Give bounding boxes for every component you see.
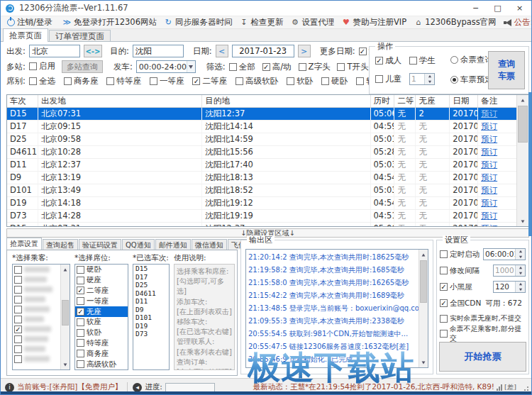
train-type-checkbox[interactable]: T开头 — [337, 62, 368, 72]
selected-train-item[interactable]: D11 — [133, 297, 169, 306]
scroll-thumb[interactable] — [518, 106, 528, 143]
swap-stations-button[interactable]: <-> — [84, 45, 102, 57]
spinner-down-button[interactable] — [516, 271, 525, 277]
seat-option-row[interactable]: ✓无座 — [75, 306, 128, 317]
seat-option-row[interactable]: 硬座 — [75, 275, 128, 286]
seat-option-row[interactable]: 一等座 — [75, 296, 128, 306]
spinner[interactable]: 120 — [493, 281, 526, 293]
setting-checkbox[interactable]: 余票不足乘客时,部分提交 — [440, 325, 526, 343]
selected-train-item[interactable]: D19 — [133, 322, 169, 330]
book-link[interactable]: 预订 — [481, 198, 497, 208]
minimize-button[interactable]: − — [465, 1, 487, 16]
passenger-row[interactable] — [13, 274, 60, 284]
toolbar-item[interactable]: ↧检查更新 — [239, 17, 283, 28]
spinner-down-button[interactable] — [516, 287, 525, 293]
settings-tab-4[interactable]: 邮件通知 — [155, 239, 191, 250]
setting-checkbox[interactable]: 修改间隔 — [440, 266, 480, 276]
toolbar-item[interactable]: ↻同步服务器时间 — [164, 17, 233, 28]
book-link[interactable]: 预订 — [481, 160, 497, 169]
page-tab-1[interactable]: 订单管理页面 — [49, 30, 111, 42]
passenger-row[interactable] — [13, 354, 60, 364]
seat-option-row[interactable]: 硬卧 — [75, 265, 128, 275]
table-row[interactable]: D101北京13:49沈阳北18:5205:03无无20170123预订 — [7, 184, 516, 197]
adult-checkbox[interactable]: ✓成人 — [375, 55, 401, 66]
seat-class-checkbox[interactable]: 一等座 — [150, 76, 184, 87]
selected-train-item[interactable]: D4611 — [133, 289, 169, 298]
passenger-row[interactable] — [13, 284, 60, 294]
passenger-row[interactable] — [13, 334, 60, 344]
settings-tab-2[interactable]: 验证码设置 — [79, 239, 121, 250]
book-link[interactable]: 预订 — [481, 121, 497, 131]
train-type-checkbox[interactable]: Z字头 — [299, 62, 331, 72]
spinner-arrows[interactable] — [515, 282, 525, 292]
seat-option-row[interactable]: 软卧 — [75, 328, 128, 338]
scroll-thumb[interactable] — [420, 260, 427, 303]
setting-checkbox[interactable]: 定时启动 — [440, 250, 480, 260]
book-link[interactable]: 预订 — [481, 172, 497, 182]
table-row[interactable]: D11北京12:37沈阳北17:4005:03无无20170123预订 — [7, 159, 516, 172]
passenger-scrollbar[interactable] — [60, 265, 70, 369]
seat-option-row[interactable]: 特等座 — [75, 338, 128, 349]
setting-checkbox[interactable]: 实时余票无座时,不提交 — [440, 314, 521, 323]
start-grabbing-button[interactable]: 开始抢票 — [439, 342, 526, 372]
column-header[interactable]: 日期 — [450, 95, 478, 107]
selected-train-item[interactable]: D17 — [133, 273, 169, 282]
column-header[interactable]: 无座 — [416, 95, 450, 107]
table-row[interactable]: D17北京09:15沈阳北14:1404:59无无20170123预订 — [7, 121, 516, 133]
passenger-listbox[interactable]: ✓ — [12, 264, 70, 370]
seat-class-checkbox[interactable]: 高级软卧 — [235, 76, 278, 87]
table-row[interactable]: D9北京13:19沈阳北18:1304:54无无20170123预订 — [7, 172, 516, 184]
query-tickets-button[interactable]: 查询 车票 — [488, 51, 525, 89]
toolbar-item[interactable]: ⌂12306Bypass官网 — [414, 17, 497, 28]
selected-train-item[interactable]: D73 — [133, 330, 169, 338]
to-input[interactable] — [133, 45, 184, 57]
spinner[interactable]: 1000 — [493, 265, 526, 277]
column-header[interactable]: 车次 — [7, 95, 38, 107]
selected-trains-listbox[interactable]: D15D17D25D4611D11D9D101D19D73 — [133, 264, 170, 370]
child-checkbox[interactable]: 儿童 — [375, 74, 401, 84]
scroll-down-icon[interactable] — [419, 357, 428, 367]
resize-grip[interactable] — [522, 384, 528, 391]
seat-option-row[interactable]: 高级软卧 — [75, 359, 128, 369]
column-header[interactable]: 二等座 — [394, 95, 416, 107]
seat-class-checkbox[interactable]: 全选 — [29, 76, 55, 87]
scroll-up-icon[interactable] — [517, 95, 528, 105]
toolbar-item[interactable]: ⚙设置代理 — [290, 17, 334, 28]
settings-tab-0[interactable]: 抢票设置 — [6, 238, 42, 250]
spinner-down-button[interactable] — [425, 79, 434, 85]
seat-option-listbox[interactable]: 硬卧硬座✓二等座一等座✓无座软座软卧特等座商务座高级软卧 — [74, 264, 128, 370]
table-row[interactable]: D73北京14:28沈阳北19:1904:51无无20170123预订 — [7, 210, 516, 223]
column-header[interactable]: 历时 — [371, 95, 395, 107]
setting-checkbox[interactable]: ✓小黑屋 — [440, 282, 472, 292]
remaining-ticket-query-radio[interactable]: 余票查询 — [450, 55, 493, 65]
spinner-arrows[interactable] — [515, 265, 525, 276]
settings-tab-5[interactable]: 微信通知 — [192, 239, 227, 250]
column-header[interactable]: 备注 — [478, 95, 516, 107]
seat-option-row[interactable]: ✓二等座 — [75, 286, 128, 296]
passenger-row[interactable] — [13, 304, 60, 314]
combo-arrow[interactable] — [187, 61, 195, 72]
seat-option-row[interactable]: 商务座 — [75, 348, 128, 359]
selected-train-item[interactable]: D101 — [133, 313, 169, 322]
seat-class-checkbox[interactable]: 特等座 — [106, 76, 141, 87]
seat-class-checkbox[interactable]: 软卧 — [287, 76, 313, 87]
table-row[interactable]: D15北京07:31沈阳12:3705:06无无20170124预订 — [7, 223, 516, 226]
column-header[interactable]: 目的地 — [202, 95, 370, 107]
table-scrollbar[interactable] — [516, 95, 528, 226]
spinner[interactable]: 06:00:01 — [483, 248, 526, 260]
table-row[interactable]: D4611北京10:28沈阳北15:5605:28无无20170123预订 — [7, 146, 516, 159]
scroll-up-icon[interactable] — [61, 265, 70, 274]
book-link[interactable]: 预订 — [481, 109, 497, 118]
ticket-booking-radio[interactable]: 车票预定 — [450, 74, 493, 85]
spinner-up-button[interactable] — [516, 249, 525, 255]
toolbar-item[interactable]: 公告:软件遇到问题时,请看12306是否正常！ — [504, 17, 531, 28]
spinner[interactable]: 1 — [409, 73, 435, 85]
setting-checkbox[interactable]: ✓全国CDN — [440, 299, 481, 308]
page-tab-0[interactable]: 抢票页面 — [3, 28, 48, 42]
seat-class-checkbox[interactable]: 硬卧 — [321, 76, 348, 87]
maximize-button[interactable]: □ — [487, 1, 509, 16]
passenger-row[interactable] — [13, 314, 60, 324]
from-input[interactable] — [29, 45, 80, 57]
seat-class-checkbox[interactable]: ✓二等座 — [192, 76, 227, 87]
date-input[interactable] — [232, 45, 294, 57]
